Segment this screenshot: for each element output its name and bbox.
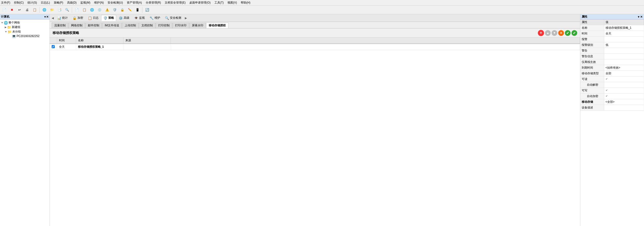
toolbar-shield-btn[interactable]: 🛡️ bbox=[111, 7, 118, 13]
policy-tab-traffic[interactable]: 流量控制 bbox=[52, 23, 68, 28]
row-source-cell bbox=[123, 44, 170, 50]
table-row[interactable]: 全天 移动存储授权策略_1 bbox=[50, 44, 580, 50]
toolbar-cycle-btn[interactable]: 🔄 bbox=[144, 7, 150, 13]
toolbar-folder-btn[interactable]: 📁 bbox=[48, 7, 55, 13]
sub-tab-advanced[interactable]: ⚙️ 高级 bbox=[116, 15, 132, 21]
menu-security[interactable]: 安全检测(U) bbox=[108, 1, 123, 5]
menu-maintenance[interactable]: 维护(N) bbox=[94, 1, 104, 5]
prop-value-auto-encrypt: ✓ bbox=[604, 93, 644, 99]
prop-row-readable: 可读 ✓ bbox=[580, 76, 644, 82]
sidebar-pin-icon[interactable]: ▾ bbox=[44, 15, 46, 19]
policy-tab-mail[interactable]: 邮件控制 bbox=[85, 23, 102, 28]
log-icon: 📋 bbox=[88, 16, 92, 20]
prop-label-alarm-level: 报警级别 bbox=[580, 42, 604, 48]
prop-label-alarm: 报警 bbox=[580, 37, 604, 42]
prop-label-expiry: 到期时间 bbox=[580, 65, 604, 71]
row-check-cell[interactable] bbox=[50, 44, 57, 50]
writable-check: ✓ bbox=[606, 89, 608, 92]
toolbar-new-btn[interactable]: 📄 bbox=[1, 7, 8, 13]
panel-title: 移动存储授权策略 bbox=[52, 31, 79, 35]
props-header: 属性 ▾ ✕ bbox=[580, 14, 644, 20]
sidebar-item-network[interactable]: ▼ 🌐 整个网络 bbox=[0, 20, 50, 25]
toolbar-edit-btn[interactable]: ✏️ bbox=[126, 7, 133, 13]
toolbar-globe-btn[interactable]: 🌐 bbox=[41, 7, 48, 13]
expand-icon-unassigned: ▼ bbox=[5, 30, 7, 33]
toolbar-web-btn[interactable]: 🌐 bbox=[88, 7, 95, 13]
policy-tab-upload[interactable]: 上传控制 bbox=[122, 23, 138, 28]
sub-tab-log[interactable]: 📋 日志 bbox=[86, 15, 101, 21]
menu-desktop[interactable]: 桌面申请管理(O) bbox=[189, 1, 210, 5]
policy-tab-mobile[interactable]: 移动存储授权 bbox=[206, 23, 228, 28]
prop-value-storage-type: 全部 bbox=[604, 71, 644, 76]
sidebar-item-pc1[interactable]: ▶ 💻 PC201603282252 bbox=[0, 34, 50, 38]
policy-tab-print[interactable]: 打印控制 bbox=[156, 23, 172, 28]
menu-advanced[interactable]: 高级(D) bbox=[67, 1, 77, 5]
menu-file[interactable]: 文件(F) bbox=[1, 1, 10, 5]
toolbar-refresh-btn[interactable]: ↩ bbox=[16, 7, 23, 13]
sub-tab-stats[interactable]: 📊 统计 bbox=[55, 15, 70, 21]
properties-panel: 属性 ▾ ✕ 属性 值 名称 移动存储授权策略_1 时间 全天 bbox=[580, 14, 644, 226]
panel-actions: + ▲ ▼ ✕ ✔ ✔ bbox=[538, 30, 577, 36]
toolbar-phone-btn[interactable]: 📱 bbox=[134, 7, 141, 13]
toolbar-search-btn[interactable]: 🔍 bbox=[64, 7, 70, 13]
props-close-icon[interactable]: ✕ bbox=[640, 15, 642, 19]
toolbar-doc2-btn[interactable]: 📋 bbox=[81, 7, 88, 13]
move-up-btn[interactable]: ▲ bbox=[545, 30, 551, 36]
sub-tab-maintain-label: 维护 bbox=[154, 16, 160, 20]
menu-assets[interactable]: 资产管理(A) bbox=[127, 1, 142, 5]
menu-stats[interactable]: 统计(S) bbox=[28, 1, 37, 5]
sub-tab-policy[interactable]: 🛡️ 策略 bbox=[101, 15, 116, 21]
toolbar-lock-btn[interactable]: 🔒 bbox=[119, 7, 126, 13]
menu-tools[interactable]: 工具(T) bbox=[214, 1, 224, 5]
toolbar: 📄 ✖ ↩ 🖨 📋 🌐 📁 📑 🔍 📄 📋 🌐 💿 ⚠️ 🛡️ 🔒 ✏️ 📱 🔄 bbox=[0, 6, 644, 14]
move-down-btn[interactable]: ▼ bbox=[552, 30, 557, 36]
sidebar-item-newgroup[interactable]: ▶ 📁 新建组 bbox=[0, 25, 50, 29]
menu-log[interactable]: 日志(L) bbox=[41, 1, 50, 5]
policy-tab-doc[interactable]: 文档控制 bbox=[139, 23, 156, 28]
confirm-btn[interactable]: ✔ bbox=[572, 30, 577, 36]
policy-tab-printwm[interactable]: 打印水印 bbox=[172, 23, 189, 28]
add-policy-btn[interactable]: + bbox=[538, 30, 544, 36]
toolbar-print-btn[interactable]: 🖨 bbox=[24, 7, 30, 13]
props-pin-icon[interactable]: ▾ bbox=[638, 15, 639, 19]
menu-control[interactable]: 控制(C) bbox=[14, 1, 24, 5]
toolbar-disk-btn[interactable]: 💿 bbox=[96, 7, 103, 13]
policy-tab-network[interactable]: 网络控制 bbox=[68, 23, 85, 28]
delete-policy-btn[interactable]: ✕ bbox=[558, 30, 564, 36]
toolbar-copy-btn[interactable]: 📑 bbox=[56, 7, 63, 13]
toolbar-delete-btn[interactable]: ✖ bbox=[8, 7, 15, 13]
expand-icon-newgroup: ▶ bbox=[5, 26, 7, 29]
sidebar-tree: ▼ 🌐 整个网络 ▶ 📁 新建组 ▼ 📁 未分组 ▶ 💻 PC201603282… bbox=[0, 20, 50, 226]
menu-help[interactable]: 帮助(H) bbox=[241, 1, 250, 5]
network-icon: 🌐 bbox=[4, 21, 8, 25]
sub-tab-maintain[interactable]: 🔧 维护 bbox=[148, 15, 162, 21]
menu-policy[interactable]: 策略(P) bbox=[54, 1, 63, 5]
newgroup-icon: 📁 bbox=[7, 25, 11, 29]
prop-row-auto-encrypt: 自动加密 ✓ bbox=[580, 93, 644, 99]
policy-tab-screenwm[interactable]: 屏幕水印 bbox=[189, 23, 206, 28]
sub-tab-seccheck[interactable]: 🔍 安全检测 bbox=[163, 15, 184, 21]
menu-view[interactable]: 视图(V) bbox=[228, 1, 237, 5]
toolbar-doc-btn[interactable]: 📄 bbox=[74, 7, 80, 13]
apply-btn[interactable]: ✔ bbox=[565, 30, 570, 36]
prop-value-readable: ✓ bbox=[604, 76, 644, 82]
sidebar-close-icon[interactable]: ✕ bbox=[46, 15, 48, 19]
toolbar-blank-btn[interactable]: 📋 bbox=[31, 7, 38, 13]
sub-tab-encrypt[interactable]: 🔒 加密 bbox=[70, 15, 85, 21]
prop-value-alarm bbox=[604, 37, 644, 42]
sub-toolbar-nav-right[interactable]: ▶ bbox=[184, 16, 188, 20]
sidebar-header-controls[interactable]: ▾ ✕ bbox=[44, 15, 48, 19]
sidebar: 计算机 ▾ ✕ ▼ 🌐 整个网络 ▶ 📁 新建组 ▼ 📁 未分组 bbox=[0, 14, 50, 226]
menu-classify[interactable]: 分类管理(R) bbox=[146, 1, 161, 5]
sub-toolbar-nav-left[interactable]: ◀ bbox=[51, 16, 54, 20]
prop-row-auto-decrypt: 自动解密 bbox=[580, 82, 644, 88]
toolbar-warning-btn[interactable]: ⚠️ bbox=[104, 7, 110, 13]
menu-docsecurity[interactable]: 文档安全管理(E) bbox=[165, 1, 186, 5]
sub-tab-monitor[interactable]: 👁️ 监视 bbox=[132, 15, 147, 21]
policy-tab-im[interactable]: IM文件传送 bbox=[102, 23, 122, 28]
sidebar-item-unassigned[interactable]: ▼ 📁 未分组 bbox=[0, 29, 50, 34]
menu-monitor[interactable]: 监视(M) bbox=[80, 1, 90, 5]
prop-label-auto-decrypt: 自动解密 bbox=[580, 82, 604, 88]
row-checkbox[interactable] bbox=[52, 45, 55, 48]
auto-encrypt-check: ✓ bbox=[606, 94, 608, 97]
